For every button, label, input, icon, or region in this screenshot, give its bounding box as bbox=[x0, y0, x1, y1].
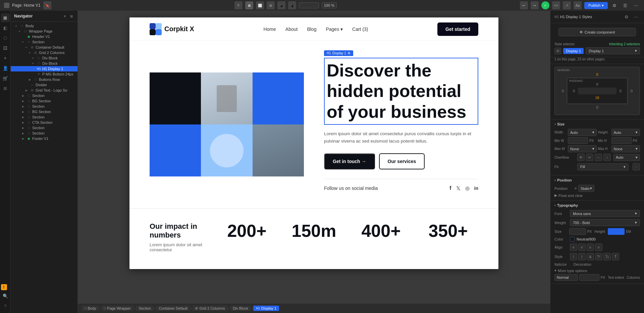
breadcrumb-div[interactable]: Div Block bbox=[230, 306, 251, 311]
ecommerce-icon[interactable]: 🛒 bbox=[1, 74, 10, 83]
right-icon-2[interactable]: ☰ bbox=[621, 1, 629, 9]
display1-style-badge[interactable]: Display 1 bbox=[563, 48, 584, 54]
breadcrumb-container[interactable]: Container Default bbox=[156, 306, 190, 311]
help-icon[interactable]: ? bbox=[1, 302, 10, 310]
nav-close-icon[interactable]: ✕ bbox=[62, 13, 67, 19]
align-center-icon[interactable]: ≡ bbox=[578, 244, 586, 251]
italic-icon[interactable]: I bbox=[570, 253, 577, 260]
typography-header[interactable]: ▾ Typography bbox=[554, 203, 640, 207]
rp-users-icon[interactable]: ⋯ bbox=[632, 13, 640, 21]
max-w-dropdown[interactable]: None ▾ bbox=[568, 145, 597, 152]
nav-item-bg-section-1[interactable]: ▶ □ BG Section bbox=[11, 98, 77, 104]
height-dropdown[interactable]: Auto ▾ bbox=[611, 129, 640, 136]
size-typo-input[interactable]: 58 bbox=[569, 228, 586, 235]
layers-icon[interactable]: ◧ bbox=[1, 23, 10, 32]
padding-left-value[interactable]: 0 bbox=[571, 89, 577, 93]
linkedin-icon[interactable]: in bbox=[474, 186, 478, 191]
search-bottom-icon[interactable]: 🔍 bbox=[1, 292, 10, 300]
size-section-header[interactable]: ▾ Size bbox=[554, 122, 640, 126]
normal-dropdown[interactable]: Normal bbox=[554, 274, 578, 281]
right-icon-1[interactable]: ⚙ bbox=[610, 1, 619, 9]
nav-item-grid[interactable]: ▾ ⊞ Grid 2 Columns bbox=[11, 50, 77, 55]
nav-item-h1-display1[interactable]: H1 H1 Display 1 bbox=[11, 66, 77, 71]
fit-more-icon[interactable]: ⋯ bbox=[633, 163, 640, 170]
nav-item-container[interactable]: ▾ ⊞ Container Default bbox=[11, 45, 77, 50]
nav-expand-icon[interactable]: ⊞ bbox=[69, 13, 74, 19]
nav-item-section-4[interactable]: ▶ □ Section bbox=[11, 114, 77, 120]
max-h-dropdown[interactable]: None ▾ bbox=[611, 145, 640, 152]
instagram-icon[interactable]: ◎ bbox=[465, 185, 470, 191]
position-section-header[interactable]: ▾ Position bbox=[554, 178, 640, 182]
nav-item-cta-section[interactable]: ▶ □ CTA Section bbox=[11, 120, 77, 125]
drag-handle-icon[interactable]: ⠿ bbox=[234, 1, 243, 9]
nav-item-divider[interactable]: ─ Divider bbox=[11, 82, 77, 88]
margin-left-value[interactable]: 0 bbox=[560, 89, 566, 93]
nav-item-section-2[interactable]: ▶ □ Section bbox=[11, 93, 77, 98]
our-services-button[interactable]: Our services bbox=[379, 153, 425, 169]
assets-icon[interactable]: 🖼 bbox=[1, 44, 10, 52]
facebook-icon[interactable]: f bbox=[449, 185, 451, 191]
nav-item-div-1[interactable]: ▾ □ Div Block bbox=[11, 55, 77, 61]
code-editor-icon[interactable]: <> bbox=[552, 1, 560, 9]
share-icon[interactable]: ↗ bbox=[563, 1, 571, 9]
overflow-visible-icon[interactable]: 👁 bbox=[577, 154, 585, 161]
strikethrough-icon[interactable]: S̶ bbox=[587, 253, 594, 260]
add-section-icon[interactable]: ⊞ bbox=[267, 1, 275, 9]
breadcrumb-h1[interactable]: H1 Display 1 bbox=[253, 306, 279, 311]
tablet-landscape-icon[interactable]: ⬜ bbox=[256, 1, 264, 9]
get-in-touch-button[interactable]: Get in touch → bbox=[324, 153, 375, 169]
pages-icon[interactable]: ⊞ bbox=[1, 13, 10, 22]
desktop-icon[interactable]: 🖥 bbox=[245, 1, 253, 9]
create-component-button[interactable]: ⊕ Create component bbox=[558, 28, 636, 36]
nav-item-div-2[interactable]: ▾ □ Div Block bbox=[11, 61, 77, 66]
font-dropdown[interactable]: Mona sans ▾ bbox=[570, 210, 640, 217]
color-swatch[interactable] bbox=[570, 237, 575, 242]
tablet-icon[interactable]: 📱 bbox=[277, 1, 285, 9]
breadcrumb-page-wrapper[interactable]: □ Page Wrapper bbox=[101, 306, 133, 311]
mobile-icon[interactable]: 📱 bbox=[288, 1, 296, 9]
nav-item-header-v1[interactable]: ◉ Header V1 bbox=[11, 34, 77, 39]
align-left-icon[interactable]: ≡ bbox=[570, 244, 577, 251]
rp-settings-icon[interactable]: ⚙ bbox=[623, 13, 631, 21]
superscript-icon[interactable]: T² bbox=[595, 253, 602, 260]
components-icon[interactable]: ⬡ bbox=[1, 34, 10, 42]
users-icon[interactable]: 👤 bbox=[1, 64, 10, 72]
margin-right-value[interactable]: 0 bbox=[629, 89, 634, 93]
nav-home[interactable]: Home bbox=[263, 27, 276, 32]
nav-pages[interactable]: Pages ▾ bbox=[326, 27, 343, 32]
overflow-dropdown[interactable]: Auto ▾ bbox=[613, 154, 640, 161]
breadcrumb-body[interactable]: □ Body bbox=[82, 306, 99, 311]
italic2-icon[interactable]: I bbox=[578, 253, 586, 260]
nav-about[interactable]: About bbox=[285, 27, 298, 32]
breadcrumb-section[interactable]: Section bbox=[136, 306, 154, 311]
warning-badge[interactable]: ! bbox=[1, 284, 7, 290]
subscript-icon[interactable]: T₂ bbox=[603, 253, 611, 260]
padding-right-value[interactable]: 0 bbox=[618, 89, 623, 93]
align-right-icon[interactable]: ≡ bbox=[587, 244, 594, 251]
selector-dropdown[interactable]: Display 1 ▾ bbox=[586, 47, 640, 54]
float-clear-row[interactable]: ▶ Float and clear bbox=[554, 193, 640, 198]
padding-top-value[interactable]: 0 bbox=[596, 82, 598, 86]
letter-spacing-input[interactable]: 0 bbox=[579, 274, 599, 281]
breadcrumb-grid[interactable]: ⊞ Grid 2 Columns bbox=[193, 306, 227, 311]
width-dropdown[interactable]: Auto ▾ bbox=[568, 129, 597, 136]
nav-item-section-3[interactable]: ▶ □ Section bbox=[11, 104, 77, 109]
overflow-scroll-x-icon[interactable]: ↔ bbox=[595, 154, 602, 161]
style-selector-icon[interactable]: ⊞ bbox=[554, 48, 561, 54]
width-input[interactable]: 1426 PX bbox=[299, 2, 319, 8]
align-justify-icon[interactable]: ≡ bbox=[595, 244, 602, 251]
margin-top-value[interactable]: 0 bbox=[596, 72, 598, 76]
publish-button[interactable]: Publish ▾ bbox=[584, 2, 608, 9]
nav-item-section-1[interactable]: ▾ □ Section bbox=[11, 39, 77, 45]
fit-dropdown[interactable]: Fill ▾ bbox=[577, 163, 629, 170]
nav-item-section-6[interactable]: ▶ □ Section bbox=[11, 131, 77, 136]
redo-button[interactable]: ↪ bbox=[531, 1, 539, 9]
undo-button[interactable]: ↩ bbox=[520, 1, 528, 9]
nav-blog[interactable]: Blog bbox=[307, 27, 316, 32]
settings-alt-icon[interactable]: Aa bbox=[574, 1, 582, 9]
get-started-button[interactable]: Get started bbox=[437, 22, 478, 36]
nav-item-bg-section-2[interactable]: ▶ □ BG Section bbox=[11, 109, 77, 114]
margin-bottom-value[interactable]: 0 bbox=[596, 105, 598, 109]
h1-display1-element[interactable]: Discover the hidden potential of your bu… bbox=[324, 58, 478, 125]
nav-item-body[interactable]: ▾ □ Body bbox=[11, 23, 77, 29]
